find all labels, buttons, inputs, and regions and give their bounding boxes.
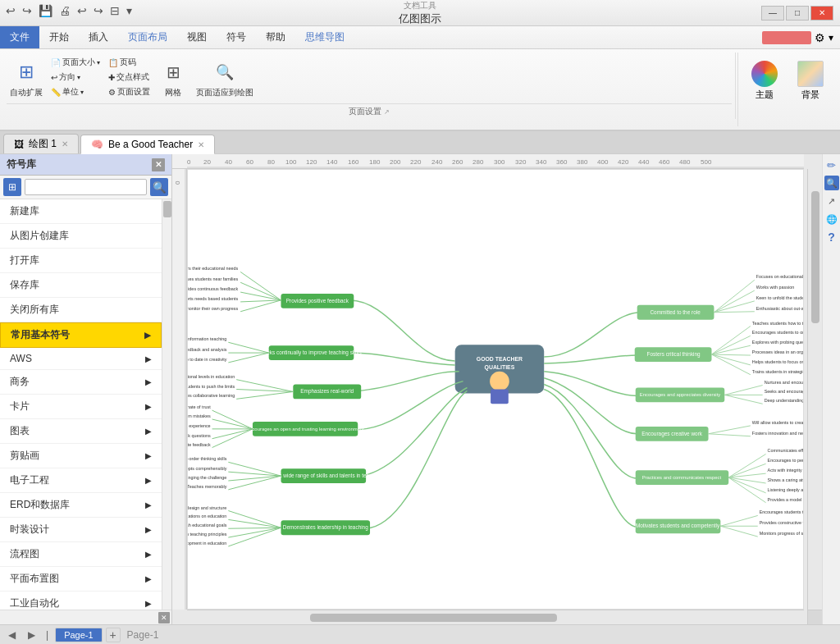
canvas-content[interactable]: GOOD TEACHER QUALITIES Provides positive… (187, 169, 804, 610)
branch-label-5: Sings a wide range of skills and talents… (264, 473, 382, 479)
sidebar-search-input[interactable] (25, 179, 147, 195)
page-size-btn[interactable]: 📄 页面大小▾ (48, 56, 103, 69)
add-page-btn[interactable]: + (106, 628, 121, 642)
sub-label-10-2: Fosters innovation and new capabilities (752, 431, 803, 436)
page-nav-prev[interactable]: ◀ (3, 627, 20, 643)
page-settings-arrow[interactable]: ↗ (384, 108, 390, 116)
menu-close-all-lib[interactable]: 关闭所有库 (0, 298, 162, 322)
fit-drawing-btn[interactable]: 🔍 页面适应到绘图 (193, 54, 257, 103)
theme-label: 主题 (756, 89, 774, 101)
right-tool-link[interactable]: ↗ (824, 194, 839, 208)
svg-text:440: 440 (638, 158, 650, 166)
maximize-btn[interactable]: □ (786, 6, 809, 21)
sidebar-header: 符号库 ✕ (0, 154, 171, 176)
sub-line-6-1 (228, 511, 281, 528)
sidebar-symbol-btn[interactable]: ⊞ (3, 178, 21, 196)
save-btn[interactable]: 💾 (36, 3, 55, 18)
sidebar-scroll-thumb[interactable] (163, 201, 171, 217)
background-label: 背景 (801, 89, 819, 101)
svg-text:140: 140 (326, 158, 338, 166)
branch-label-4: Encourages an open and trusting learning… (246, 427, 364, 432)
menu-card[interactable]: 卡片▶ (0, 395, 162, 419)
menu-insert[interactable]: 插入 (79, 26, 118, 48)
sidebar-bottom-close[interactable]: ✕ (158, 612, 170, 623)
menu-view[interactable]: 视图 (177, 26, 217, 48)
svg-text:60: 60 (246, 158, 253, 166)
svg-text:280: 280 (472, 158, 484, 166)
close-btn[interactable]: ✕ (810, 6, 833, 21)
sub-label-4-1: Creates a climate of trust (188, 404, 211, 409)
theme-btn[interactable]: 主题 (745, 57, 784, 104)
sub-label-6-2: Contributes in publications on education (188, 514, 226, 518)
page-tab-1[interactable]: Page-1 (55, 628, 102, 642)
menu-symbol[interactable]: 符号 (217, 26, 256, 48)
menu-business[interactable]: 商务▶ (0, 370, 162, 395)
qa-dropdown[interactable]: ▾ (124, 3, 135, 18)
page-setup-icon: ⚙ (108, 88, 116, 97)
qa-arrow2[interactable]: ↪ (91, 3, 106, 18)
svg-text:500: 500 (701, 158, 712, 166)
menu-save-lib[interactable]: 保存库 (0, 273, 162, 298)
branch-line-1 (349, 300, 454, 361)
menu-flowchart[interactable]: 流程图▶ (0, 542, 162, 567)
menu-page-layout[interactable]: 页面布局 (118, 26, 177, 48)
background-icon (797, 61, 824, 87)
print-btn[interactable]: 🖨 (57, 3, 73, 18)
v-scrollbar[interactable] (807, 169, 822, 610)
quick-access-toolbar: ↩ ↪ 💾 🖨 ↩ ↪ ⊟ ▾ (3, 3, 135, 18)
menu-file[interactable]: 文件 (0, 26, 39, 48)
menu-help[interactable]: 帮助 (256, 26, 295, 48)
redo-btn[interactable]: ↪ (20, 3, 34, 18)
h-scroll-thumb[interactable] (310, 614, 557, 622)
tab-good-teacher[interactable]: 🧠 Be a Good Teacher ✕ (80, 135, 215, 154)
menu-mindmap[interactable]: 思维导图 (295, 26, 354, 48)
undo-btn[interactable]: ↩ (3, 3, 18, 18)
menu-floor-plan[interactable]: 平面布置图▶ (0, 567, 162, 591)
grid-btn[interactable]: ⊞ 网格 (155, 54, 191, 103)
menu-erd[interactable]: ERD和数据库▶ (0, 493, 162, 518)
page-num-btn[interactable]: 📋 页码 (105, 56, 153, 69)
menu-clipart[interactable]: 剪贴画▶ (0, 444, 162, 468)
menu-fashion[interactable]: 时装设计▶ (0, 518, 162, 542)
tab1-close[interactable]: ✕ (62, 139, 68, 148)
auto-expand-icon: ⊞ (13, 59, 39, 85)
menu-aws[interactable]: AWS▶ (0, 348, 162, 370)
svg-text:240: 240 (431, 158, 443, 166)
right-tool-zoom[interactable]: 🔍 (824, 176, 839, 190)
tab2-close[interactable]: ✕ (198, 140, 204, 149)
page-nav-next[interactable]: ▶ (23, 627, 39, 643)
menu-open-lib[interactable]: 打开库 (0, 249, 162, 273)
menu-electronic[interactable]: 电子工程▶ (0, 468, 162, 493)
sub-label-1-4: Helps and supports needs based students (188, 296, 238, 301)
cross-style-btn[interactable]: ✚ 交点样式 (105, 71, 153, 84)
menu-start[interactable]: 开始 (39, 26, 79, 48)
unit-btn[interactable]: 📏 单位▾ (48, 85, 103, 98)
settings-icon[interactable]: ⚙ (815, 31, 825, 44)
menu-common-symbols[interactable]: 常用基本符号 ▶ (0, 322, 162, 348)
menu-dropdown-icon[interactable]: ▾ (829, 32, 833, 43)
direction-btn[interactable]: ↩ 方向▾ (48, 71, 103, 84)
branch-label-11: Practices and communicates respect (642, 475, 722, 480)
tab-drawing1[interactable]: 🖼 绘图 1 ✕ (3, 134, 79, 153)
search-banner (762, 31, 811, 44)
page-setup-btn[interactable]: ⚙ 页面设置 (105, 85, 153, 98)
sidebar-scrollbar[interactable] (162, 199, 171, 610)
branch-line-2 (349, 353, 454, 365)
qa-minus[interactable]: ⊟ (107, 3, 122, 18)
right-tool-help[interactable]: ? (824, 230, 839, 244)
background-btn[interactable]: 背景 (791, 57, 830, 104)
menu-new-lib[interactable]: 新建库 (0, 199, 162, 224)
h-scrollbar[interactable] (187, 610, 804, 624)
v-scroll-thumb[interactable] (811, 191, 819, 323)
window-controls[interactable]: — □ ✕ (761, 6, 833, 21)
minimize-btn[interactable]: — (761, 6, 784, 21)
menu-create-from-img[interactable]: 从图片创建库 (0, 224, 162, 249)
right-tool-globe[interactable]: 🌐 (824, 212, 839, 226)
auto-expand-btn[interactable]: ⊞ 自动扩展 (7, 54, 46, 103)
menu-industrial[interactable]: 工业自动化▶ (0, 591, 162, 610)
qa-arrow1[interactable]: ↩ (75, 3, 89, 18)
right-tool-edit[interactable]: ✏ (824, 158, 839, 172)
sidebar-search-btn[interactable]: 🔍 (150, 178, 168, 196)
menu-chart[interactable]: 图表▶ (0, 419, 162, 444)
sidebar-close-btn[interactable]: ✕ (152, 158, 165, 171)
